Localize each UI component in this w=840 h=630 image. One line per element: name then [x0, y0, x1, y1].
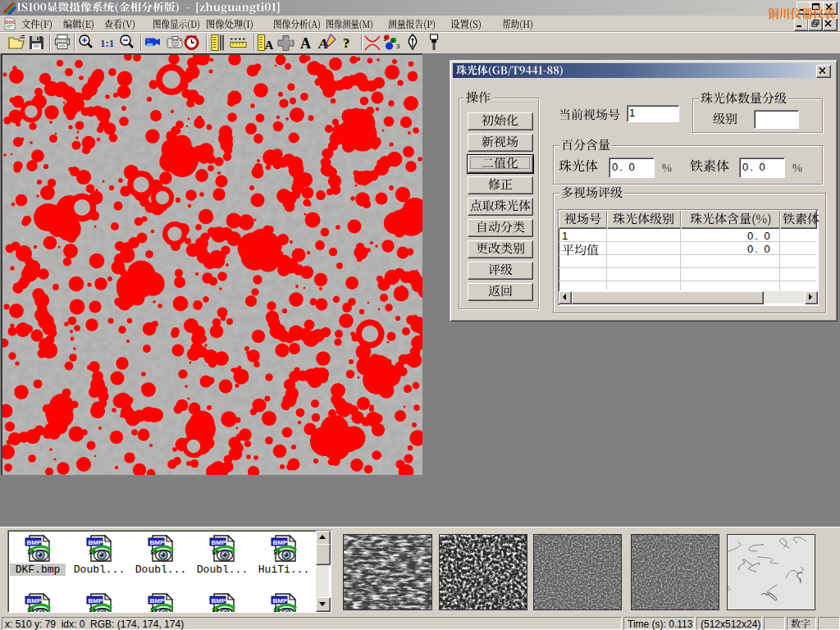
svg-text:BMP: BMP [27, 539, 42, 546]
svg-text:A: A [265, 39, 274, 52]
svg-text:BMP: BMP [150, 597, 165, 605]
svg-text:BMP: BMP [212, 539, 226, 546]
svg-text:a: a [390, 36, 395, 44]
svg-text:BMP: BMP [150, 539, 165, 546]
svg-text:BMP: BMP [89, 597, 103, 605]
svg-text:BMP: BMP [27, 597, 42, 605]
svg-text:1:1: 1:1 [100, 37, 114, 49]
svg-text:DOC: DOC [6, 20, 16, 25]
svg-text:BMP: BMP [273, 597, 288, 605]
svg-text:?: ? [343, 36, 349, 50]
svg-text:BMP: BMP [212, 597, 226, 605]
svg-text:BMP: BMP [273, 539, 288, 546]
svg-text:BMP: BMP [89, 539, 103, 546]
svg-text:3: 3 [396, 43, 400, 50]
svg-text:1: 1 [383, 35, 387, 43]
svg-text:A: A [300, 35, 311, 52]
